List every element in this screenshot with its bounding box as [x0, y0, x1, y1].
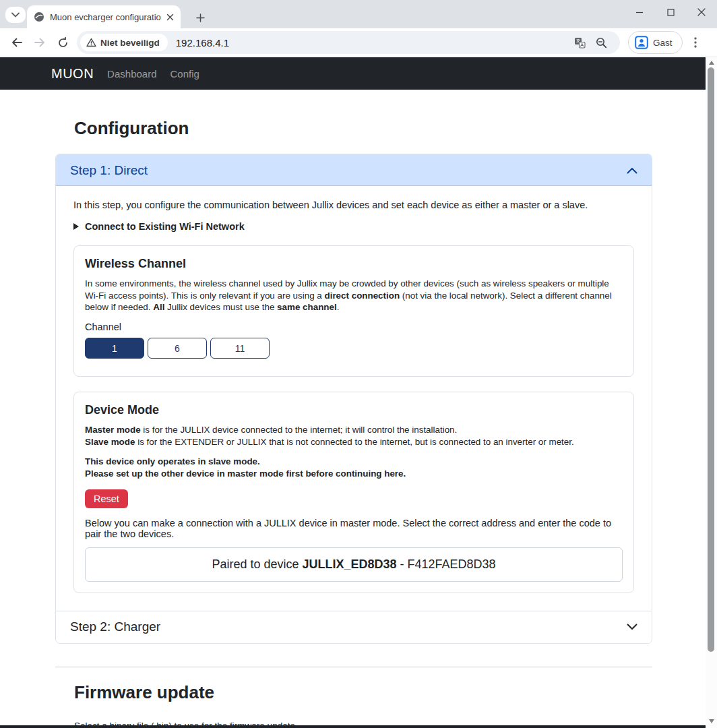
- warning-line-1: This device only operates in slave mode.: [85, 456, 260, 466]
- profile-avatar-icon: [635, 36, 648, 49]
- scrollbar-thumb[interactable]: [708, 67, 714, 652]
- browser-tab[interactable]: Muon evcharger configuration: [27, 5, 181, 28]
- new-tab-button[interactable]: [191, 9, 209, 26]
- device-mode-description: Master mode is for the JULLIX device con…: [85, 424, 623, 448]
- nav-link-dashboard[interactable]: Dashboard: [107, 68, 156, 80]
- accordion-item-step1: Step 1: Direct In this step, you configu…: [55, 154, 652, 611]
- back-button[interactable]: [5, 31, 28, 54]
- pairing-description: Below you can make a connection with a J…: [85, 518, 623, 539]
- channel-button-1[interactable]: 1: [85, 338, 144, 359]
- address-bar[interactable]: Niet beveiligd 192.168.4.1: [77, 31, 620, 54]
- page-title: Configuration: [74, 118, 652, 139]
- chevron-up-icon: [627, 167, 637, 174]
- brand-muon[interactable]: MUON: [51, 66, 94, 82]
- minimize-button[interactable]: [624, 0, 655, 24]
- zoom-out-icon: [596, 37, 607, 49]
- reload-button[interactable]: [51, 31, 74, 54]
- desc-text: Jullix devices must use the: [164, 302, 277, 312]
- maximize-icon: [667, 9, 675, 16]
- url-text[interactable]: 192.168.4.1: [176, 37, 229, 49]
- page-scrollbar[interactable]: [706, 57, 717, 728]
- device-mode-title: Device Mode: [85, 403, 623, 417]
- tab-search-button[interactable]: [5, 7, 26, 23]
- step1-intro: In this step, you configure the communic…: [73, 200, 634, 210]
- window-controls: [624, 0, 717, 24]
- forward-arrow-icon: [34, 36, 46, 49]
- browser-menu-button[interactable]: [685, 31, 706, 54]
- config-accordion: Step 1: Direct In this step, you configu…: [55, 154, 652, 644]
- slave-mode-text: is for the EXTENDER or JULLIX that is no…: [135, 437, 573, 447]
- security-chip[interactable]: Niet beveiligd: [80, 34, 168, 51]
- firmware-title: Firmware update: [74, 682, 652, 703]
- desc-text: .: [337, 302, 340, 312]
- kebab-menu-icon: [694, 37, 697, 48]
- tab-title: Muon evcharger configuration: [50, 12, 161, 22]
- scrollbar-up-button[interactable]: [706, 57, 717, 68]
- desc-bold: same channel: [277, 302, 337, 312]
- desc-bold: All: [153, 302, 164, 312]
- desc-bold: direct connection: [325, 291, 400, 301]
- close-window-button[interactable]: [686, 0, 717, 24]
- wireless-channel-card: Wireless Channel In some environments, t…: [73, 245, 634, 377]
- translate-button[interactable]: [569, 33, 590, 52]
- nav-link-config[interactable]: Config: [170, 68, 199, 80]
- accordion-item-step2: Step 2: Charger: [55, 611, 652, 644]
- paired-mac: - F412FAED8D38: [397, 557, 496, 571]
- maximize-button[interactable]: [655, 0, 686, 24]
- wifi-network-summary[interactable]: Connect to Existing Wi-Fi Network: [73, 221, 634, 232]
- page-content: MUON Dashboard Config Configuration Step…: [0, 57, 706, 728]
- channel-button-group: 1 6 11: [85, 338, 623, 359]
- channel-label: Channel: [85, 322, 623, 332]
- channel-button-11[interactable]: 11: [210, 338, 270, 359]
- site-navbar: MUON Dashboard Config: [0, 57, 706, 90]
- master-mode-text: is for the JULLIX device connected to th…: [141, 425, 458, 435]
- slave-mode-bold: Slave mode: [85, 437, 135, 447]
- slave-mode-warning: This device only operates in slave mode.…: [85, 456, 623, 479]
- chevron-down-icon: [11, 12, 20, 18]
- plus-icon: [196, 13, 205, 22]
- reset-button[interactable]: Reset: [85, 489, 128, 508]
- step1-body: In this step, you configure the communic…: [56, 186, 652, 611]
- paired-device-name: JULLIX_ED8D38: [302, 557, 396, 571]
- minimize-icon: [635, 8, 644, 16]
- device-mode-card: Device Mode Master mode is for the JULLI…: [73, 392, 634, 593]
- triangle-right-icon: [73, 223, 79, 230]
- wifi-summary-label: Connect to Existing Wi-Fi Network: [85, 221, 245, 232]
- close-icon: [697, 8, 706, 16]
- scroll-up-icon: [709, 61, 714, 65]
- wireless-channel-title: Wireless Channel: [85, 257, 623, 271]
- chevron-down-icon: [627, 624, 637, 630]
- step2-title: Step 2: Charger: [70, 619, 160, 634]
- browser-toolbar: Niet beveiligd 192.168.4.1 Gast: [0, 28, 717, 57]
- section-divider: [55, 667, 652, 667]
- browser-titlebar: Muon evcharger configuration: [0, 0, 717, 28]
- forward-button[interactable]: [28, 31, 51, 54]
- warning-triangle-icon: [86, 38, 96, 47]
- back-arrow-icon: [11, 36, 23, 49]
- tab-close-icon[interactable]: [166, 13, 174, 21]
- security-label: Niet beveiligd: [100, 38, 160, 48]
- main-content: Configuration Step 1: Direct In this ste…: [0, 118, 706, 728]
- paired-prefix: Paired to device: [212, 557, 302, 571]
- step2-header[interactable]: Step 2: Charger: [56, 611, 652, 643]
- window-bottom-edge: [0, 725, 706, 728]
- zoom-out-button[interactable]: [590, 33, 612, 52]
- channel-button-6[interactable]: 6: [148, 338, 207, 359]
- step1-title: Step 1: Direct: [70, 163, 148, 178]
- paired-status-box: Paired to device JULLIX_ED8D38 - F412FAE…: [85, 547, 623, 582]
- scrollbar-down-button[interactable]: [706, 716, 717, 727]
- reload-icon: [57, 37, 69, 49]
- profile-label: Gast: [653, 38, 673, 48]
- wireless-channel-description: In some environments, the wireless chann…: [85, 278, 623, 313]
- scroll-down-icon: [709, 719, 714, 723]
- translate-icon: [574, 37, 586, 49]
- page-area: MUON Dashboard Config Configuration Step…: [0, 57, 717, 728]
- profile-button[interactable]: Gast: [628, 31, 683, 54]
- globe-favicon-icon: [34, 11, 44, 22]
- step1-header[interactable]: Step 1: Direct: [56, 154, 652, 186]
- warning-line-2: Please set up the other device in master…: [85, 468, 406, 479]
- master-mode-bold: Master mode: [85, 425, 141, 435]
